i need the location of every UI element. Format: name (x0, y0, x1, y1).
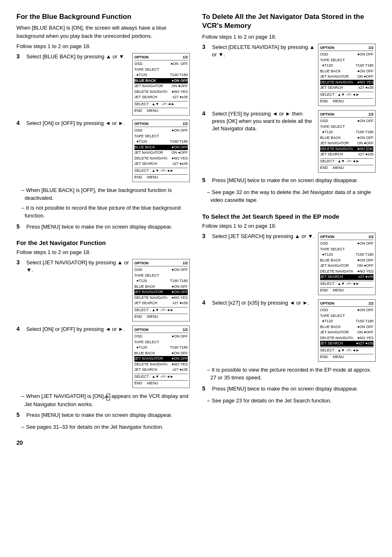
blue-bg-step5-text: Press [MENU] twice to make the on screen… (26, 223, 190, 231)
blue-bg-step5-num: 5 (16, 223, 22, 230)
del3-delete: DELETE NAVIDATA ●NO YES (320, 80, 374, 86)
page-layout: For the Blue Background Function When [B… (16, 12, 376, 446)
del-step5-row: 5 Press [MENU] twice to make the on scre… (202, 177, 376, 184)
jet-nav-step4-menu: OPTION 1/2 OSD ●ON OFF TAPE SELECT ●T120 (132, 326, 190, 388)
jet-nav-step4-num: 4 (16, 326, 22, 332)
jn4-t120: ●T120 T160 T180 (134, 345, 188, 351)
js3-title: OPTION 1/2 (320, 234, 374, 240)
blue-bg-step5-row: 5 Press [MENU] twice to make the on scre… (16, 223, 190, 231)
menu-row-jetsearch: JET SEARCH x27 ●x35 (134, 95, 188, 100)
menu-row-tape: TAPE SELECT (134, 67, 188, 73)
menu2-osd: OSD ●ON OFF (134, 128, 188, 134)
left-column: For the Blue Background Function When [B… (16, 12, 190, 446)
js4-footer: SELECT : ▲▼ –/+:◄► (320, 347, 374, 354)
jet-nav-note-text: See pages 31–33 for details on the Jet N… (21, 423, 190, 431)
jn-footer2: END :MENU (134, 314, 188, 320)
del4-tape: TAPE SELECT (320, 124, 374, 130)
del-step3-num: 3 (202, 44, 208, 50)
del3-blueback: BLUE BACK ●ON OFF (320, 69, 374, 74)
jet-nav-bullets: When [JET NAVIGATOR] is [ON], JN appears… (21, 392, 190, 409)
js-step4-menu: OPTION 1/2 OSD ●ON OFF TAPE SELECT ●T120 (318, 299, 376, 362)
js-note: See page 23 for details on the Jet Searc… (207, 397, 376, 405)
del3-t120: ●T120 T160 T180 (320, 63, 374, 69)
jn-icon: JN (106, 394, 110, 400)
jn4-osd: OSD ●ON OFF (134, 334, 188, 340)
menu-row-delete: DELETE NAVIDATA ●NO YES (134, 89, 188, 95)
blue-bg-step4-menu: OPTION 1/2 OSD ●ON OFF TAPE SELECT ●T120 (132, 120, 190, 182)
blue-bg-step4-content: Select [ON] or [OFF] by pressing ◄ or ►.… (26, 120, 190, 182)
js-step3-menu: OPTION 1/2 OSD ●ON OFF TAPE SELECT ●T120 (318, 233, 376, 295)
menu2-blueback: BLUE BACK ●ON OFF (134, 145, 188, 150)
blue-bg-bullet2: It is not possible to record the blue pi… (21, 204, 190, 220)
jet-nav-step3-text: Select [JET NAVIGATOR] by pressing ▲ or … (26, 259, 129, 274)
js4-jetnav: JET NAVIGATOR ON ●OFF (320, 330, 374, 335)
jet-nav-step3-content: Select [JET NAVIGATOR] by pressing ▲ or … (26, 259, 190, 321)
js-step5-row: 5 Press [MENU] twice to make the on scre… (202, 385, 376, 393)
del-step3-menu: OPTION 1/2 OSD ●ON OFF TAPE SELECT ●T120 (318, 44, 376, 106)
jet-nav-follow: Follow steps 1 to 2 on page 18. (16, 248, 190, 257)
blue-bg-step3-text: Select [BLUE BACK] by pressing ▲ or ▼. (26, 53, 129, 60)
jet-nav-title: For the Jet Navigator Function (16, 239, 190, 247)
del3-footer: SELECT : ▲▼ –/+:◄► (320, 92, 374, 98)
js3-footer: SELECT : ▲▼ –/+:◄► (320, 281, 374, 287)
js3-footer2: END :MENU (320, 287, 374, 294)
js-bullets: It is possible to view the picture recor… (207, 366, 376, 382)
del-step4-num: 4 (202, 110, 208, 117)
page-number: 20 (16, 439, 190, 446)
jn4-jetsearch: JET SEARCH x27 ●x35 (134, 367, 188, 373)
jet-nav-step4-text: Select [ON] or [OFF] by pressing ◄ or ►. (26, 326, 129, 333)
jet-nav-step3-num: 3 (16, 259, 22, 266)
js-step5-text: Press [MENU] twice to make the on screen… (212, 385, 376, 393)
js4-blueback: BLUE BACK ●ON OFF (320, 324, 374, 330)
del-step4-menu: OPTION 1/2 OSD ●ON OFF TAPE SELECT ●T120 (318, 110, 376, 173)
blue-bg-step3-num: 3 (16, 53, 22, 60)
del3-tape: TAPE SELECT (320, 58, 374, 63)
js4-tape: TAPE SELECT (320, 313, 374, 319)
jn-blueback: BLUE BACK ●ON OFF (134, 284, 188, 290)
jn-t120: ●T120 T160 T180 (134, 278, 188, 284)
jn4-menu-title: OPTION 1/2 (134, 327, 188, 333)
js-step4-text: Select [x27] or [x35] by pressing ◄ or ►… (212, 299, 315, 307)
menu2-jetsearch: JET SEARCH x27 ●x35 (134, 161, 188, 167)
blue-bg-bullet1: When [BLUE BACK] is [OFF], the blue back… (21, 186, 190, 202)
menu2-tape: TAPE SELECT (134, 134, 188, 139)
delete-jetnav-title: To Delete All the Jet Navigator Data Sto… (202, 12, 376, 30)
jn4-delete: DELETE NAVIDATA ●NO YES (134, 362, 188, 367)
menu-footer: SELECT : ▲▼ –/+:◄► (134, 101, 188, 107)
jn-menu-title: OPTION 1/2 (134, 261, 188, 267)
blue-background-section: For the Blue Background Function When [B… (16, 12, 190, 231)
js4-osd: OSD ●ON OFF (320, 307, 374, 313)
js4-title: OPTION 1/2 (320, 301, 374, 307)
jn-jetsearch: JET SEARCH x27 ●x35 (134, 300, 188, 306)
del-step5-text: Press [MENU] twice to make the on screen… (212, 177, 376, 184)
del4-t120: ●T120 T160 T180 (320, 129, 374, 135)
js-step4-content: Select [x27] or [x35] by pressing ◄ or ►… (212, 299, 376, 362)
del-step4-content: Select [YES] by pressing ◄ or ► then pre… (212, 110, 376, 173)
right-column: To Delete All the Jet Navigator Data Sto… (202, 12, 376, 446)
jn-footer: SELECT : ▲▼ –/+:◄► (134, 307, 188, 313)
jn-osd: OSD ●ON OFF (134, 267, 188, 273)
del3-footer2: END :MENU (320, 98, 374, 104)
js-step3-content: Select [JET SEARCH] by pressing ▲ or ▼. … (212, 233, 376, 295)
del3-title: OPTION 1/2 (320, 45, 374, 51)
delete-jetnav-follow: Follow steps 1 to 2 on page 18. (202, 33, 376, 41)
del4-title: OPTION 1/2 (320, 112, 374, 118)
js4-footer2: END :MENU (320, 354, 374, 360)
js3-jetnav: JET NAVIGATOR ON ●OFF (320, 263, 374, 269)
del4-footer: SELECT : ▲▼ –/+:◄► (320, 158, 374, 164)
jn-delete: DELETE NAVIDATA ●NO YES (134, 295, 188, 301)
menu2-jetnav: JET NAVIGATOR ON ●OFF (134, 150, 188, 156)
blue-bg-intro: When [BLUE BACK] is [ON], the screen wil… (16, 24, 190, 40)
del4-delete: DELETE NAVIDATA ●NO [OK] (320, 146, 374, 152)
jn4-tape: TAPE SELECT (134, 340, 188, 345)
jn4-jetnav: JET NAVIGATOR ●ON OFF (134, 356, 188, 362)
jet-nav-step5-row: 5 Press [MENU] twice to make the on scre… (16, 411, 190, 419)
del-step3-content: Select [DELETE NAVIDATA] by pressing ▲ o… (212, 44, 376, 106)
js4-jetsearch: JET SEARCH ●x27 ●x35 (320, 341, 374, 347)
menu2-t120: ●T120 T160 T180 (134, 139, 188, 145)
js-step4-num: 4 (202, 299, 208, 306)
del4-jetnav: JET NAVIGATOR ON ●OFF (320, 141, 374, 146)
js-step4-row: 4 Select [x27] or [x35] by pressing ◄ or… (202, 299, 376, 362)
menu2-footer: SELECT : ▲▼ –/+:◄► (134, 168, 188, 174)
js3-blueback: BLUE BACK ●ON OFF (320, 258, 374, 263)
